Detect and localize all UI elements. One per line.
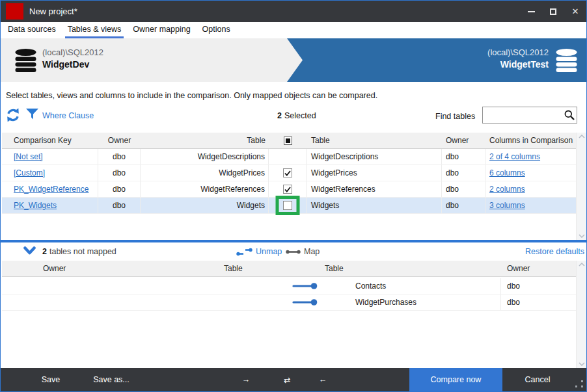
mapped-table-scrollbar[interactable] [576, 133, 586, 240]
include-checkbox-checked[interactable] [283, 168, 292, 177]
comparison-key-link[interactable]: PK_WidgetReference [14, 185, 89, 194]
header-select-all[interactable] [269, 133, 307, 148]
instruction-text: Select tables, views and columns to incl… [6, 91, 377, 100]
app-icon [6, 3, 23, 20]
unmapped-table-header: Owner Table Table Owner [2, 261, 576, 277]
restore-defaults-link[interactable]: Restore defaults [525, 247, 584, 256]
resize-grip[interactable] [575, 380, 583, 387]
tab-tables-views[interactable]: Tables & views [62, 22, 128, 38]
scroll-down-icon[interactable] [579, 362, 585, 366]
table-cell: WidgetPurchases [355, 298, 416, 307]
scroll-down-icon[interactable] [579, 234, 585, 238]
where-clause-button[interactable]: Where Clause [42, 111, 94, 120]
save-button[interactable]: Save [30, 368, 72, 391]
maximize-button[interactable] [542, 1, 564, 22]
filter-icon[interactable] [26, 109, 38, 120]
compare-now-button[interactable]: Compare now [409, 368, 502, 391]
tab-bar: Data sources Tables & views Owner mappin… [1, 22, 586, 38]
search-icon[interactable] [562, 110, 577, 120]
table-row-widgetdescriptions[interactable]: [Not set] dbo WidgetDescriptions WidgetD… [2, 149, 576, 165]
header-table-right[interactable]: Table [325, 264, 344, 273]
close-icon: ✕ [572, 7, 579, 16]
source-database: WidgetDev [42, 59, 103, 70]
find-tables-label: Find tables [435, 112, 475, 121]
collapse-section-icon[interactable] [23, 246, 36, 255]
map-label: Map [304, 247, 320, 256]
minimize-icon [528, 11, 535, 12]
swap-direction-icon[interactable]: ⇄ [273, 368, 301, 391]
owner-cell: dbo [442, 198, 485, 213]
header-owner-left[interactable]: Owner [43, 264, 66, 273]
owner-cell: dbo [442, 165, 485, 181]
comparison-key-link[interactable]: [Custom] [14, 168, 45, 177]
unmapped-count-number: 2 [42, 247, 47, 256]
include-checkbox-checked[interactable] [283, 185, 292, 194]
selected-count: 2Selected [277, 111, 316, 120]
header-owner-right[interactable]: Owner [507, 264, 530, 273]
table-cell: Contacts [355, 281, 386, 291]
unmap-button[interactable]: Unmap [236, 247, 282, 256]
columns-in-comparison-link[interactable]: 2 of 4 columns [489, 152, 540, 161]
find-tables-input[interactable] [483, 107, 562, 123]
section-splitter[interactable] [1, 240, 586, 242]
scroll-up-icon[interactable] [579, 135, 585, 138]
header-table-left[interactable]: Table [224, 264, 243, 273]
table-cell: Widgets [141, 198, 269, 213]
table-row-widgetprices[interactable]: [Custom] dbo WidgetPrices WidgetPrices d… [2, 165, 576, 181]
mapping-connector-icon[interactable] [292, 282, 318, 290]
sync-right-icon[interactable]: → [235, 368, 257, 391]
tab-owner-mapping[interactable]: Owner mapping [127, 22, 196, 38]
mapped-table-header: Comparison Key Owner Table Table Owner C… [2, 133, 576, 149]
header-table-left[interactable]: Table [141, 133, 269, 148]
owner-cell: dbo [507, 298, 520, 307]
table-cell: WidgetDescriptions [141, 149, 269, 164]
table-cell: Widgets [307, 198, 442, 213]
comparison-key-link[interactable]: PK_Widgets [14, 201, 57, 210]
save-as-button[interactable]: Save as... [87, 368, 136, 391]
maximize-icon [550, 8, 556, 15]
owner-cell: dbo [98, 165, 141, 181]
header-columns-in-comparison[interactable]: Columns in Comparison [485, 133, 576, 148]
header-comparison-key[interactable]: Comparison Key [2, 133, 98, 148]
footer-bar: Save Save as... → ⇄ ← Compare now Cancel [1, 368, 586, 391]
include-checkbox-unchecked[interactable] [283, 201, 292, 210]
header-table-right[interactable]: Table [307, 133, 442, 148]
header-owner-left[interactable]: Owner [98, 133, 141, 148]
map-button[interactable]: Map [286, 247, 320, 256]
target-database: WidgetTest [487, 59, 549, 70]
refresh-button[interactable] [6, 108, 20, 122]
map-icon [286, 249, 301, 255]
table-cell: WidgetReferences [141, 181, 269, 197]
tab-options[interactable]: Options [197, 22, 236, 38]
table-row-widgetreferences[interactable]: PK_WidgetReference dbo WidgetReferences … [2, 181, 576, 198]
comparison-key-link[interactable]: [Not set] [14, 152, 43, 161]
table-cell: WidgetReferences [307, 181, 442, 197]
columns-in-comparison-link[interactable]: 6 columns [489, 168, 525, 177]
header-owner-right[interactable]: Owner [442, 133, 485, 148]
database-icon [554, 49, 579, 72]
columns-in-comparison-link[interactable]: 3 columns [489, 201, 525, 210]
owner-cell: dbo [98, 181, 141, 197]
cancel-button[interactable]: Cancel [516, 368, 559, 391]
tab-data-sources[interactable]: Data sources [2, 22, 62, 38]
table-row-widgets-selected[interactable]: PK_Widgets dbo Widgets Widgets dbo 3 col… [2, 198, 576, 214]
window-title: New project* [29, 7, 77, 16]
datasource-banner: (local)\SQL2012 WidgetDev (local)\SQL201… [1, 38, 586, 82]
sync-left-icon[interactable]: ← [312, 368, 334, 391]
mapping-connector-icon[interactable] [292, 298, 318, 306]
unmapped-row-widgetpurchases[interactable]: WidgetPurchases dbo [2, 294, 576, 311]
columns-in-comparison-link[interactable]: 2 columns [489, 185, 525, 194]
select-all-checkbox[interactable] [284, 137, 292, 145]
unmapped-row-contacts[interactable]: Contacts dbo [2, 278, 576, 294]
database-icon [14, 49, 38, 72]
unmap-icon [236, 248, 253, 256]
unmapped-count: 2tables not mapped [42, 247, 116, 256]
find-tables-box [482, 107, 577, 124]
close-button[interactable]: ✕ [564, 1, 586, 22]
source-server: (local)\SQL2012 [42, 47, 103, 57]
minimize-button[interactable] [520, 1, 542, 22]
scroll-up-icon[interactable] [579, 263, 585, 267]
owner-cell: dbo [442, 181, 485, 197]
table-cell: WidgetPrices [141, 165, 269, 181]
unmapped-table-scrollbar[interactable] [576, 261, 586, 368]
